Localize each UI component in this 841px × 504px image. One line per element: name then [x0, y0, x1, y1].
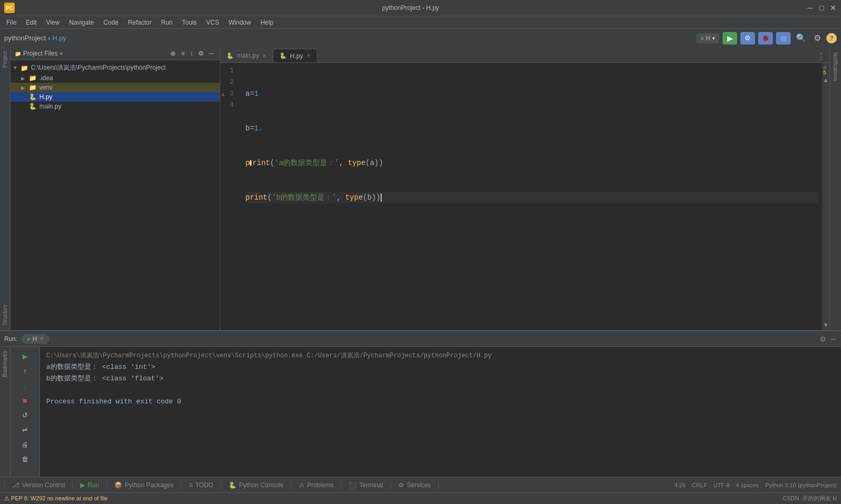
project-panel: 📁 Project Files ▾ ⊕ ≡ ↕ ⚙ ─ ▼ 📁 C:\Users…: [10, 47, 220, 330]
code-line-2: b=1.: [245, 123, 818, 134]
menu-bar: File Edit View Navigate Code Refactor Ru…: [0, 16, 841, 28]
menu-navigate[interactable]: Navigate: [65, 18, 98, 27]
menu-edit[interactable]: Edit: [21, 18, 41, 27]
project-label[interactable]: Project: [1, 47, 9, 72]
run-print-btn[interactable]: 🖨: [19, 438, 31, 451]
status-bar: ⎇ Version Control ▶ Run 📦 Python Package…: [0, 477, 841, 492]
tab-hpy[interactable]: 🐍 H.py ✕: [273, 49, 317, 62]
terminal-icon: ⬛: [349, 481, 357, 489]
run-down-btn[interactable]: ↓: [19, 379, 31, 392]
bookmarks-label[interactable]: Bookmarks: [1, 347, 9, 381]
run-label: Run:: [4, 335, 17, 343]
code-line-1: a=1: [245, 88, 818, 100]
tree-item-mainpy[interactable]: ▶ 🐍 main.py: [10, 102, 220, 111]
panel-action-sync[interactable]: ≡: [179, 49, 186, 58]
run-button[interactable]: ▶: [723, 32, 737, 45]
panel-action-settings[interactable]: ⚙: [197, 49, 206, 58]
menu-code[interactable]: Code: [99, 18, 123, 27]
current-file-label: H.py: [52, 34, 67, 42]
run-output-path: C:\Users\洪岚浩\PycharmProjects\pythonProje…: [46, 350, 835, 361]
run-sidebar: ▶ ↑ ↓ ■ ↺ ⇌ 🖨 🗑: [10, 347, 40, 477]
status-tab-console[interactable]: 🐍 Python Console: [221, 481, 292, 489]
menu-help[interactable]: Help: [256, 18, 278, 27]
python-version: Python 3.10 (pythonProject): [765, 482, 837, 488]
panel-minimize-btn[interactable]: ─: [829, 334, 837, 344]
run-up-btn[interactable]: ↑: [19, 365, 31, 377]
run-rerun-btn[interactable]: ↺: [19, 409, 31, 421]
panel-action-scroll[interactable]: ↕: [188, 49, 195, 58]
close-mainpy-tab[interactable]: ✕: [262, 53, 266, 59]
tabs-more-button[interactable]: ⋮: [813, 50, 829, 62]
status-tab-services[interactable]: ⚙ Services: [391, 481, 439, 489]
toolbar: pythonProject › H.py ● H ▾ ▶ ⚙ 🐞 ▤ 🔍 ⚙ ?: [0, 28, 841, 47]
scroll-down-arrow[interactable]: ▼: [824, 322, 827, 329]
panel-header-actions: ⊕ ≡ ↕ ⚙ ─: [169, 49, 215, 58]
left-panel-labels: Project Structure: [0, 47, 10, 330]
run-stop-btn[interactable]: ■: [19, 394, 31, 407]
panel-action-minimize[interactable]: ─: [208, 49, 215, 58]
warning-message: ⚠ PEP 8: W292 no newline at end of file: [4, 495, 108, 502]
close-run-tab[interactable]: ✕: [39, 335, 44, 342]
close-hpy-tab[interactable]: ✕: [306, 53, 310, 59]
editor-scrollbar[interactable]: ⚠ 5 ▲ ▼: [822, 63, 829, 330]
project-panel-header: 📁 Project Files ▾ ⊕ ≡ ↕ ⚙ ─: [10, 47, 220, 60]
status-tab-packages[interactable]: 📦 Python Packages: [107, 481, 181, 489]
run-config-selector[interactable]: ● H ▾: [696, 33, 719, 43]
close-button[interactable]: ✕: [829, 4, 837, 12]
status-tab-run[interactable]: ▶ Run: [73, 481, 107, 489]
status-tab-todo[interactable]: ≡ TODO: [181, 481, 221, 489]
status-tabs: ⎇ Version Control ▶ Run 📦 Python Package…: [4, 481, 668, 489]
run-trash-btn[interactable]: 🗑: [19, 453, 31, 465]
bottom-panel: Run: ● H ✕ ⚙ ─ Bookmarks ▶ ↑ ↓ ■ ↺ ⇌ 🖨 🗑…: [0, 330, 841, 477]
scroll-up-arrow[interactable]: ▲: [824, 77, 827, 84]
line-numbers: 1 2 3 ⚠ 4: [220, 63, 241, 330]
help-icon[interactable]: ?: [826, 33, 837, 43]
app-logo: PC: [4, 3, 15, 13]
code-content[interactable]: a=1 b=1. print('a的数据类型是：', type(a)) prin…: [241, 63, 822, 330]
status-tab-problems[interactable]: ⚠ Problems: [292, 481, 342, 489]
debug-button[interactable]: 🐞: [758, 32, 773, 45]
menu-run[interactable]: Run: [157, 18, 177, 27]
run-play-btn[interactable]: ▶: [19, 350, 31, 363]
menu-refactor[interactable]: Refactor: [124, 18, 156, 27]
menu-tools[interactable]: Tools: [178, 18, 201, 27]
title-bar: PC pythonProject - H.py ─ □ ✕: [0, 0, 841, 16]
settings-button[interactable]: ⚙: [812, 32, 823, 44]
title-bar-controls[interactable]: ─ □ ✕: [806, 4, 837, 12]
menu-window[interactable]: Window: [224, 18, 255, 27]
panel-action-collapse[interactable]: ⊕: [169, 49, 177, 58]
notifications-label[interactable]: Notifications: [832, 49, 839, 84]
tree-item-idea[interactable]: ▶ 📁 .idea: [10, 73, 220, 83]
status-tab-vcs[interactable]: ⎇ Version Control: [4, 481, 73, 489]
tree-root[interactable]: ▼ 📁 C:\Users\洪岚浩\PycharmProjects\pythonP…: [10, 62, 220, 73]
coverage-button[interactable]: ▤: [776, 32, 791, 45]
panel-settings-btn[interactable]: ⚙: [818, 334, 827, 344]
title-bar-title: pythonProject - H.py: [382, 4, 439, 12]
bookmarks-panel: Bookmarks: [0, 347, 10, 477]
breadcrumb-sep: ›: [48, 34, 50, 42]
bottom-controls: ⚙ ─: [818, 334, 837, 344]
menu-vcs[interactable]: VCS: [202, 18, 223, 27]
tab-mainpy[interactable]: 🐍 main.py ✕: [220, 49, 273, 62]
build-button[interactable]: ⚙: [740, 32, 755, 45]
tree-item-hpy[interactable]: ▶ 🐍 H.py: [10, 92, 220, 102]
minimize-button[interactable]: ─: [806, 4, 814, 12]
csdn-label: CSDN ·开的的网友 kl: [783, 495, 837, 502]
line-endings: CRLF: [692, 482, 707, 488]
todo-icon: ≡: [189, 481, 192, 489]
maximize-button[interactable]: □: [818, 4, 825, 12]
search-button[interactable]: 🔍: [794, 32, 808, 44]
tree-item-venv[interactable]: ▶ 📁 venv: [10, 83, 220, 92]
run-output-line-2: b的数据类型是： <class 'float'>: [46, 373, 835, 385]
status-tab-terminal[interactable]: ⬛ Terminal: [341, 481, 391, 489]
toolbar-breadcrumb: pythonProject › H.py: [4, 34, 67, 42]
code-editor[interactable]: 1 2 3 ⚠ 4 a=1 b=1. print('a的数据类型是：', typ…: [220, 63, 829, 330]
structure-label[interactable]: Structure: [1, 300, 9, 330]
run-wrap-btn[interactable]: ⇌: [19, 423, 31, 436]
tabs-bar: 🐍 main.py ✕ 🐍 H.py ✕ ⋮: [220, 47, 829, 63]
menu-view[interactable]: View: [42, 18, 64, 27]
run-tab-label: H: [33, 335, 37, 343]
main-content: Project Structure 📁 Project Files ▾ ⊕ ≡ …: [0, 47, 841, 330]
menu-file[interactable]: File: [2, 18, 20, 27]
run-tab[interactable]: ● H ✕: [21, 334, 49, 344]
